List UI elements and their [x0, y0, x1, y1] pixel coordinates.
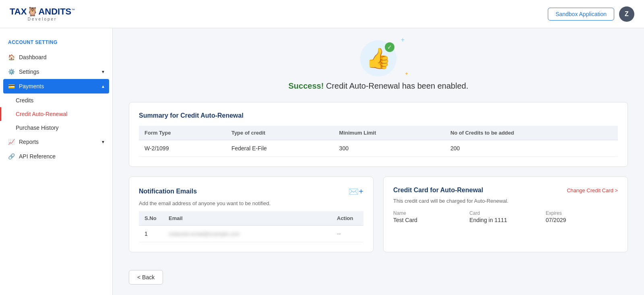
- sidebar-label-reports: Reports: [19, 139, 39, 145]
- summary-table: Form Type Type of credit Minimum Limit N…: [139, 126, 618, 157]
- col-email: Email: [163, 211, 331, 226]
- summary-table-header-row: Form Type Type of credit Minimum Limit N…: [139, 126, 618, 140]
- gear-icon: ⚙️: [8, 69, 15, 75]
- sidebar-sub-credits[interactable]: Credits: [0, 93, 112, 107]
- email-blurred: redacted-email@example.com: [169, 231, 240, 237]
- logo-developer: Developer: [28, 17, 57, 21]
- cc-expires-value: 07/2029: [546, 217, 618, 223]
- cc-card-value: Ending in 1111: [469, 217, 541, 223]
- sidebar-sub-label-credit-auto-renewal: Credit Auto-Renewal: [16, 111, 67, 117]
- notification-table-row: 1 redacted-email@example.com --: [139, 226, 363, 242]
- change-credit-card-link[interactable]: Change Credit Card >: [567, 187, 618, 193]
- sparkle-plus-icon: +: [401, 36, 405, 44]
- notification-table: S.No Email Action 1 redacted-email@examp…: [139, 211, 363, 242]
- cell-credit-type: Federal E-File: [226, 140, 334, 157]
- summary-card-title: Summary for Credit Auto-Renewal: [139, 112, 618, 119]
- cell-credits-added: 200: [445, 140, 618, 157]
- logo-andits: ANDITS: [38, 6, 71, 17]
- cc-name-field: Name Test Card: [393, 210, 465, 223]
- main-content: + ✦ 👍 ✓ Success! Credit Auto-Renewal has…: [113, 28, 644, 295]
- thumbs-up-wrapper: + ✦ 👍 ✓: [360, 40, 396, 77]
- sidebar-item-api-reference[interactable]: 🔗 API Reference: [0, 149, 112, 164]
- cc-expires-field: Expires 07/2029: [546, 210, 618, 223]
- cc-expires-label: Expires: [546, 210, 618, 216]
- chevron-up-icon: ▴: [102, 83, 104, 89]
- user-avatar[interactable]: Z: [619, 6, 634, 22]
- cc-name-value: Test Card: [393, 217, 465, 223]
- col-action: Action: [331, 211, 363, 226]
- credit-card-header-row: Credit Card for Auto-Renewal Change Cred…: [393, 187, 618, 194]
- cell-sno: 1: [139, 226, 163, 242]
- sidebar-sub-label-credits: Credits: [16, 97, 33, 104]
- sidebar-sub-label-purchase-history: Purchase History: [16, 125, 59, 131]
- sidebar-label-settings: Settings: [19, 69, 39, 75]
- sparkle-dot-icon: ✦: [405, 71, 409, 77]
- summary-card: Summary for Credit Auto-Renewal Form Typ…: [129, 102, 628, 167]
- notification-header-row: Notification Emails ✉️+: [139, 187, 363, 196]
- notification-header-row-table: S.No Email Action: [139, 211, 363, 226]
- cc-name-label: Name: [393, 210, 465, 216]
- sandbox-button[interactable]: Sandbox Application: [548, 8, 614, 21]
- cell-action: --: [331, 226, 363, 242]
- sidebar-label-dashboard: Dashboard: [19, 54, 47, 60]
- link-icon: 🔗: [8, 153, 15, 160]
- cell-form-type: W-2/1099: [139, 140, 226, 157]
- cc-card-label: Card: [469, 210, 541, 216]
- sidebar-item-payments[interactable]: 💳 Payments ▴: [3, 79, 109, 93]
- chart-icon: 📈: [8, 139, 15, 145]
- sidebar-sub-credit-auto-renewal[interactable]: Credit Auto-Renewal: [0, 107, 112, 121]
- sidebar-label-payments: Payments: [19, 83, 44, 89]
- logo-tax: TAX: [10, 6, 27, 17]
- thumbs-up-bg: 👍 ✓: [360, 40, 396, 77]
- credit-card-card: Credit Card for Auto-Renewal Change Cred…: [383, 177, 628, 252]
- sidebar-label-api-reference: API Reference: [19, 153, 56, 160]
- sidebar-item-reports[interactable]: 📈 Reports ▾: [0, 135, 112, 149]
- cell-min-limit: 300: [334, 140, 445, 157]
- cc-fields: Name Test Card Card Ending in 1111 Expir…: [393, 210, 618, 223]
- col-credit-type: Type of credit: [226, 126, 334, 140]
- col-credits-added: No of Credits to be added: [445, 126, 618, 140]
- logo-tm: ™: [71, 8, 75, 12]
- credit-card-info: This credit card will be charged for Aut…: [393, 198, 618, 204]
- notification-card: Notification Emails ✉️+ Add the email ad…: [129, 177, 374, 252]
- email-add-icon[interactable]: ✉️+: [349, 187, 363, 196]
- credit-card-title: Credit Card for Auto-Renewal: [393, 187, 483, 194]
- chevron-down-reports-icon: ▾: [102, 139, 104, 145]
- logo-area: TAX 🦉 ANDITS ™ Developer: [10, 6, 75, 21]
- back-button[interactable]: < Back: [129, 270, 163, 285]
- success-banner: + ✦ 👍 ✓ Success! Credit Auto-Renewal has…: [129, 40, 628, 91]
- sidebar-payments-submenu: Credits Credit Auto-Renewal Purchase His…: [0, 93, 112, 135]
- sidebar-item-dashboard[interactable]: 🏠 Dashboard: [0, 50, 112, 64]
- table-row: W-2/1099 Federal E-File 300 200: [139, 140, 618, 157]
- cell-email: redacted-email@example.com: [163, 226, 331, 242]
- success-message-row: Success! Credit Auto-Renewal has been en…: [129, 81, 628, 91]
- checkmark-badge: ✓: [385, 42, 394, 52]
- success-message-text: Credit Auto-Renewal has been enabled.: [324, 81, 468, 90]
- header-right: Sandbox Application Z: [548, 6, 634, 22]
- col-sno: S.No: [139, 211, 163, 226]
- chevron-down-icon: ▾: [102, 69, 104, 75]
- bottom-section: Notification Emails ✉️+ Add the email ad…: [129, 177, 628, 262]
- home-icon: 🏠: [8, 54, 15, 60]
- sidebar-sub-purchase-history[interactable]: Purchase History: [0, 121, 112, 135]
- sidebar-item-settings[interactable]: ⚙️ Settings ▾: [0, 64, 112, 79]
- header: TAX 🦉 ANDITS ™ Developer Sandbox Applica…: [0, 0, 644, 28]
- sidebar-section-title: ACCOUNT SETTING: [0, 36, 112, 50]
- col-min-limit: Minimum Limit: [334, 126, 445, 140]
- logo-owl-icon: 🦉: [27, 6, 38, 17]
- sidebar: ACCOUNT SETTING 🏠 Dashboard ⚙️ Settings …: [0, 28, 113, 295]
- notification-sub-text: Add the email address of anyone you want…: [139, 200, 363, 206]
- notification-title: Notification Emails: [139, 188, 197, 195]
- cc-card-field: Card Ending in 1111: [469, 210, 541, 223]
- success-word: Success!: [289, 81, 324, 90]
- col-form-type: Form Type: [139, 126, 226, 140]
- layout: ACCOUNT SETTING 🏠 Dashboard ⚙️ Settings …: [0, 28, 644, 295]
- credit-card-icon: 💳: [8, 83, 15, 89]
